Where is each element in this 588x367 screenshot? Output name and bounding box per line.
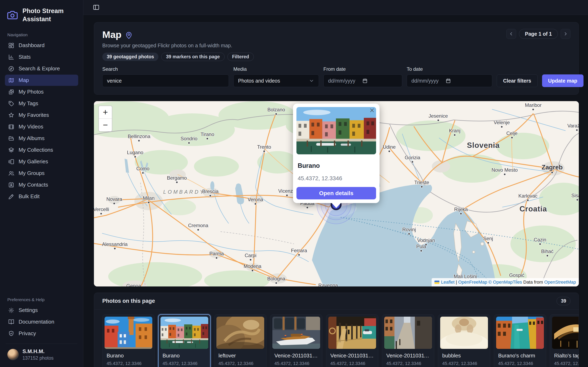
sidebar-item-label: Documentation (18, 319, 54, 325)
photo-card-burano[interactable]: Burano45.4372, 12.3346 (158, 314, 210, 367)
photo-title: Burano (163, 352, 206, 359)
page-subtitle: Browse your geotagged Flickr photos on a… (102, 43, 571, 49)
zoom-out-button[interactable]: − (99, 119, 112, 131)
map-label-como: Como (136, 166, 149, 171)
calendar-icon[interactable] (362, 78, 368, 83)
tag-icon (8, 100, 14, 107)
photo-coordinates: 45.4372, 12.3346 (274, 361, 318, 367)
sidebar-item-my-photos[interactable]: My Photos (5, 86, 78, 98)
photo-thumbnail (272, 317, 320, 349)
from-date-label: From date (323, 66, 402, 72)
photo-card-venice-20110312[interactable]: Venice-20110312-…45.4372, 12.3346 (326, 314, 378, 367)
map-label-pula: Pula (416, 244, 426, 249)
media-select[interactable]: Photos and videos (233, 75, 319, 87)
photo-title: Burano's charm (498, 352, 542, 359)
sidebar-item-label: My Photos (18, 89, 44, 95)
map-label-trieste: Trieste (414, 180, 429, 185)
calendar-icon[interactable] (445, 78, 451, 83)
photo-card-burano-s-charm[interactable]: Burano's charm45.4372, 12.3346 (494, 314, 546, 367)
map-label-gospi: Gospić (509, 272, 525, 278)
avatar (7, 349, 19, 360)
photo-coordinates: 45.4372, 12.3346 (386, 361, 430, 367)
map-label-karlovac: Karlovac (518, 193, 537, 199)
pagination: Page 1 of 1 (506, 29, 571, 39)
photo-coordinates: 45.4372, 12.3346 (498, 361, 542, 367)
photo-card-venice-20110311[interactable]: Venice-20110311-…45.4372, 12.3346 (382, 314, 434, 367)
map-zoom-control: + − (98, 106, 112, 132)
sidebar-item-my-collections[interactable]: My Collections (5, 144, 78, 156)
photo-thumbnail (216, 317, 264, 349)
photo-thumbnail (440, 317, 488, 349)
popup-photo[interactable] (296, 107, 376, 154)
photo-thumbnail (384, 317, 432, 349)
update-map-button[interactable]: Update map (542, 75, 584, 87)
map-icon (8, 77, 14, 83)
photo-card-leftover[interactable]: leftover45.4372, 12.3346 (214, 314, 267, 367)
map-label-sondrio: Sondrio (181, 136, 198, 142)
sidebar: Photo Stream Assistant Navigation Dashbo… (0, 0, 83, 367)
photo-card-venice-20110312[interactable]: Venice-20110312-…45.4372, 12.3346 (270, 314, 322, 367)
book-icon (8, 319, 14, 325)
page-indicator: Page 1 of 1 (519, 29, 558, 39)
zoom-in-button[interactable]: + (99, 106, 112, 119)
sidebar-item-my-albums[interactable]: My Albums (5, 133, 78, 144)
sidebar-item-my-groups[interactable]: My Groups (5, 167, 78, 179)
page-title: Map (102, 29, 121, 40)
sidebar-item-bulk-edit[interactable]: Bulk Edit (5, 191, 78, 202)
photo-coordinates: 45.4372, 12.3346 (107, 361, 150, 367)
photos-strip-card: Photos on this page 39 Burano45.4372, 12… (94, 292, 579, 367)
sidebar-item-label: My Favorites (18, 112, 49, 118)
map-label-maribor: Maribor (525, 102, 541, 108)
photo-card-rialto-s-tags[interactable]: Rialto's tags45.4372, 12.3346 (550, 314, 579, 367)
map-label-sisak: Sisak (571, 193, 579, 198)
sidebar-item-my-videos[interactable]: My Videos (5, 121, 78, 132)
search-input[interactable] (102, 75, 229, 87)
sidebar-item-label: Settings (18, 307, 38, 313)
sidebar-item-my-galleries[interactable]: My Galleries (5, 156, 78, 167)
photo-coordinates: 45.4372, 12.3346 (442, 361, 486, 367)
to-date-input[interactable]: dd/mm/yyyy (407, 75, 492, 87)
popup-coordinates: 45.4372, 12.3346 (298, 175, 375, 182)
film-icon (8, 124, 14, 130)
sidebar-item-map[interactable]: Map (5, 75, 78, 86)
photo-card-burano[interactable]: Burano45.4372, 12.3346 (102, 314, 155, 367)
sidebar-item-my-tags[interactable]: My Tags (5, 98, 78, 109)
photo-title: Venice-20110312-… (274, 352, 318, 359)
map-label-rijeka: Rijeka (454, 207, 468, 212)
open-details-button[interactable]: Open details (296, 187, 376, 200)
sidebar-toggle-icon[interactable] (93, 4, 100, 11)
photo-title: leftover (218, 352, 262, 359)
photo-coordinates: 45.4372, 12.3346 (330, 361, 374, 367)
close-icon[interactable] (369, 107, 375, 113)
map-label-vodnjan: Vodnjan (417, 238, 435, 243)
sidebar-divider (6, 343, 77, 344)
map-label-slovenia: Slovenia (467, 141, 500, 150)
map-label-cazin: Cazin (534, 237, 546, 243)
prefs-section-label: Preferences & Help (5, 297, 78, 302)
attribution-text[interactable]: Leaflet | OpenFreeMap © OpenMapTiles Dat… (441, 280, 576, 285)
photo-card-bubbles[interactable]: bubbles45.4372, 12.3346 (438, 314, 490, 367)
sidebar-item-settings[interactable]: Settings (5, 305, 78, 316)
sidebar-item-my-favorites[interactable]: My Favorites (5, 109, 78, 121)
sidebar-item-privacy[interactable]: Privacy (5, 328, 78, 339)
sidebar-item-search-explore[interactable]: Search & Explore (5, 63, 78, 74)
sidebar-item-documentation[interactable]: Documentation (5, 316, 78, 327)
app-logo: Photo Stream Assistant (5, 6, 78, 23)
layers-icon (8, 147, 14, 153)
folder-icon (8, 135, 14, 142)
gear-icon (8, 307, 14, 313)
map-pin-icon (125, 31, 133, 39)
prev-page-button[interactable] (506, 29, 516, 39)
map-canvas[interactable]: BolzanoMariborJeseniceVelenjeVaraždinKra… (94, 101, 579, 286)
user-profile[interactable]: S.M.H.M. 137152 photos (5, 347, 78, 362)
from-date-input[interactable]: dd/mm/yyyy (323, 75, 402, 87)
sidebar-item-stats[interactable]: Stats (5, 51, 78, 63)
sidebar-item-label: My Tags (18, 100, 38, 107)
images-icon (8, 89, 14, 95)
camera-icon (7, 9, 18, 21)
next-page-button[interactable] (561, 29, 571, 39)
clear-filters-button[interactable]: Clear filters (497, 75, 537, 87)
sidebar-item-my-contacts[interactable]: My Contacts (5, 179, 78, 191)
sidebar-item-dashboard[interactable]: Dashboard (5, 40, 78, 51)
media-select-value: Photos and videos (238, 78, 280, 84)
